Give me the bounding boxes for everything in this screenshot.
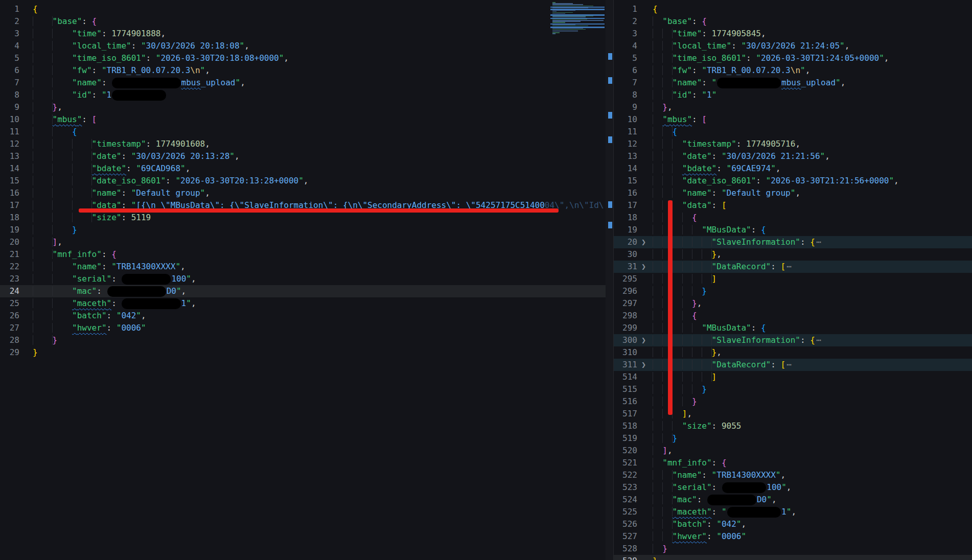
code-line[interactable]: 521 mnf_info: {: [614, 457, 972, 469]
code-line[interactable]: 523 serial: 100",: [614, 481, 972, 494]
line-number: 2: [0, 15, 19, 28]
code-line[interactable]: 519 }: [614, 432, 972, 445]
code-text: mbus: [: [653, 113, 972, 126]
token-k: id: [673, 90, 692, 100]
code-line[interactable]: 7 name: "mbus_upload",: [614, 77, 972, 89]
right-editor-pane[interactable]: 1{2 base: {3 time: 1774905845,4 local_ti…: [613, 0, 972, 560]
fold-chevron-icon[interactable]: ❯: [641, 359, 646, 371]
token-s: 1: [781, 507, 786, 517]
code-line[interactable]: 14 bdate: 69CAD968,: [0, 162, 613, 175]
code-line[interactable]: 529}: [614, 555, 972, 560]
line-number: 518: [614, 420, 637, 432]
code-line[interactable]: 15 date_iso_8601: 2026-03-30T20:13:28+00…: [0, 175, 613, 187]
token-k: fw: [673, 65, 692, 75]
code-line[interactable]: 526 batch: 042,: [614, 518, 972, 530]
code-line[interactable]: 8 id: 1: [614, 89, 972, 101]
line-number: 4: [0, 40, 19, 52]
line-number: 522: [614, 469, 637, 481]
code-line[interactable]: 1{: [614, 3, 972, 15]
code-line[interactable]: 16 name: Default group,: [614, 187, 972, 199]
gutter: 2: [0, 15, 33, 28]
code-line[interactable]: 4 local_time: 30/03/2026 20:18:08,: [0, 40, 613, 52]
left-editor-pane[interactable]: 1{2 base: {3 time: 1774901888,4 local_ti…: [0, 0, 613, 560]
fold-chevron-icon[interactable]: ❯: [641, 334, 646, 346]
code-line[interactable]: 12 timestamp: 1774901608,: [0, 138, 613, 150]
line-number: 17: [614, 199, 637, 212]
code-line[interactable]: 6 fw: "TRB1_R_00.07.20.3\n",: [614, 64, 972, 77]
fold-chevron-icon[interactable]: ❯: [641, 261, 646, 273]
token-k: mnf_info: [53, 249, 102, 259]
code-line[interactable]: 19 }: [0, 224, 613, 236]
code-line[interactable]: 10 mbus: [: [0, 113, 613, 126]
code-line[interactable]: 27 hwver: 0006: [0, 322, 613, 334]
code-line[interactable]: 13 date: 30/03/2026 21:21:56,: [614, 150, 972, 162]
code-line[interactable]: 3 time: 1774901888,: [0, 28, 613, 40]
code-line[interactable]: 11 {: [0, 126, 613, 138]
gutter: 29: [0, 346, 33, 359]
token-ind: [33, 164, 92, 173]
code-line[interactable]: 9 },: [614, 101, 972, 113]
token-ind: [653, 65, 673, 75]
token-ind: [33, 78, 72, 87]
code-line[interactable]: 12 timestamp: 1774905716,: [614, 138, 972, 150]
code-line[interactable]: 518 size: 9055: [614, 420, 972, 432]
code-line[interactable]: 9 },: [0, 101, 613, 113]
code-line[interactable]: 525 maceth: "1",: [614, 506, 972, 518]
code-line[interactable]: 524 mac: D0",: [614, 494, 972, 506]
gutter: 7: [0, 77, 33, 89]
code-text: ],: [653, 408, 972, 420]
code-text: name: Default group,: [33, 187, 613, 199]
code-line[interactable]: 13 date: 30/03/2026 20:13:28,: [0, 150, 613, 162]
code-line[interactable]: 1{: [0, 3, 613, 15]
code-line[interactable]: 528 }: [614, 543, 972, 555]
code-line[interactable]: 3 time: 1774905845,: [614, 28, 972, 40]
code-line[interactable]: 28 }: [0, 334, 613, 346]
code-line[interactable]: 8 id: "1: [0, 89, 613, 101]
gutter: 14: [0, 162, 33, 175]
code-line[interactable]: 22 name: TRB14300XXXX,: [0, 261, 613, 273]
code-line[interactable]: 2 base: {: [0, 15, 613, 28]
token-qm: ": [186, 298, 191, 308]
line-number: 31: [614, 261, 637, 273]
code-line[interactable]: 520 ],: [614, 445, 972, 457]
gutter: 18: [0, 212, 33, 224]
code-line[interactable]: 5 time_iso_8601: 2026-03-30T21:24:05+000…: [614, 52, 972, 64]
code-line[interactable]: 10 mbus: [: [614, 113, 972, 126]
token-p: :: [97, 286, 106, 296]
code-line[interactable]: 15 date_iso_8601: 2026-03-30T21:21:56+00…: [614, 175, 972, 187]
code-line[interactable]: 7 name: mbus_upload",: [0, 77, 613, 89]
code-line[interactable]: 14 bdate: 69CAE974,: [614, 162, 972, 175]
code-line[interactable]: 24 mac: D0",: [0, 285, 613, 297]
spellcheck-squiggle-token: bdate: [92, 164, 126, 173]
token-s: 100: [171, 274, 186, 284]
code-line[interactable]: 16 name: Default group,: [0, 187, 613, 199]
gutter: 519: [614, 432, 653, 445]
code-line[interactable]: 522 name: TRB14300XXXX,: [614, 469, 972, 481]
overview-ruler[interactable]: [606, 0, 613, 560]
code-line[interactable]: 4 local_time: 30/03/2026 21:24:05,: [614, 40, 972, 52]
code-line[interactable]: 18 size: 5119: [0, 212, 613, 224]
code-line[interactable]: 6 fw: "TRB1_R_00.07.20.3\n",: [0, 64, 613, 77]
token-k: name: [92, 188, 122, 198]
token-p: ,: [180, 262, 186, 271]
token-ind: [33, 139, 92, 149]
code-line[interactable]: 26 batch: 042,: [0, 310, 613, 322]
redaction-blob: [122, 298, 180, 309]
code-line[interactable]: 5 time_iso_8601: 2026-03-30T20:18:08+000…: [0, 52, 613, 64]
code-line[interactable]: 25 maceth: 1",: [0, 297, 613, 310]
token-p: :: [121, 188, 131, 198]
code-line[interactable]: 20 ],: [0, 236, 613, 248]
code-line[interactable]: 2 base: {: [614, 15, 972, 28]
gutter: 1: [0, 3, 33, 15]
code-line[interactable]: 23 serial: 100",: [0, 273, 613, 285]
overview-ruler-modified-mark: [608, 222, 612, 228]
token-p: :: [82, 16, 91, 26]
token-p: ,: [786, 482, 792, 492]
spellcheck-squiggle-token: mbus: [53, 114, 82, 124]
fold-chevron-icon[interactable]: ❯: [641, 236, 646, 248]
minimap[interactable]: [550, 2, 605, 39]
code-line[interactable]: 11 {: [614, 126, 972, 138]
code-line[interactable]: 29}: [0, 346, 613, 359]
code-line[interactable]: 527 hwver: 0006: [614, 530, 972, 543]
code-line[interactable]: 21 mnf_info: {: [0, 248, 613, 261]
